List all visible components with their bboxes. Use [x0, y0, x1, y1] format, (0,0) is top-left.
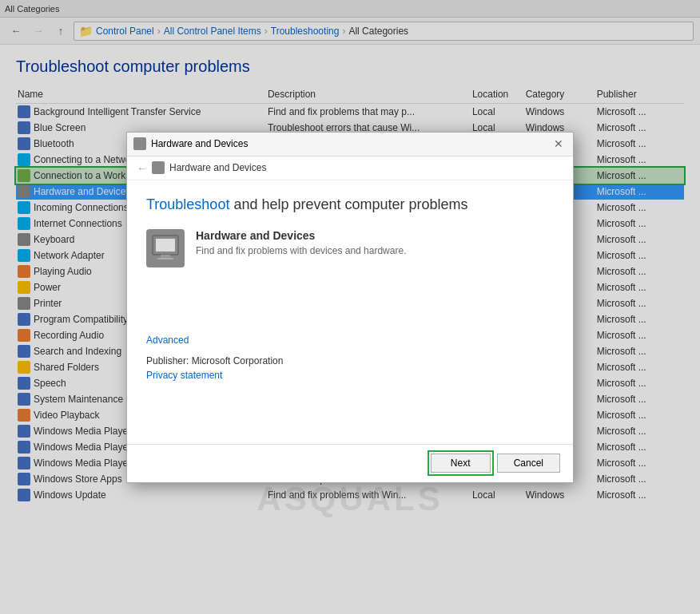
dialog-footer: Next Cancel: [127, 444, 573, 482]
dialog-item-text: Hardware and Devices Find and fix proble…: [196, 229, 406, 256]
dialog-item-row: Hardware and Devices Find and fix proble…: [146, 229, 554, 267]
dialog-title-icon: [133, 137, 146, 150]
dialog-next-button[interactable]: Next: [431, 454, 491, 473]
dialog: Hardware and Devices ✕ ← Hardware and De…: [126, 132, 574, 483]
dialog-close-button[interactable]: ✕: [551, 136, 567, 152]
dialog-item-name: Hardware and Devices: [196, 229, 406, 242]
dialog-hero-part2: and help prevent computer problems: [233, 196, 467, 212]
dialog-nav: ← Hardware and Devices: [127, 156, 573, 180]
svg-rect-2: [161, 255, 170, 258]
dialog-advanced-link[interactable]: Advanced: [146, 335, 189, 346]
dialog-overlay: Hardware and Devices ✕ ← Hardware and De…: [0, 0, 700, 614]
dialog-nav-title: Hardware and Devices: [169, 162, 266, 173]
dialog-back-button[interactable]: ←: [137, 162, 147, 174]
dialog-title-text: Hardware and Devices: [151, 138, 248, 149]
dialog-publisher: Publisher: Microsoft Corporation: [146, 355, 554, 366]
dialog-item-description: Find and fix problems with devices and h…: [196, 245, 406, 256]
dialog-title-left: Hardware and Devices: [133, 137, 248, 150]
dialog-body: Troubleshoot and help prevent computer p…: [127, 180, 573, 431]
svg-rect-3: [157, 258, 173, 259]
svg-rect-1: [156, 239, 175, 252]
dialog-cancel-button[interactable]: Cancel: [497, 454, 560, 473]
hardware-devices-icon: [149, 232, 181, 264]
dialog-hero-title: Troubleshoot and help prevent computer p…: [146, 196, 554, 213]
dialog-nav-icon: [152, 161, 165, 174]
dialog-hero-part1: Troubleshoot: [146, 196, 233, 212]
dialog-titlebar: Hardware and Devices ✕: [127, 133, 573, 156]
dialog-privacy-link[interactable]: Privacy statement: [146, 370, 222, 381]
dialog-item-icon: [146, 229, 185, 267]
